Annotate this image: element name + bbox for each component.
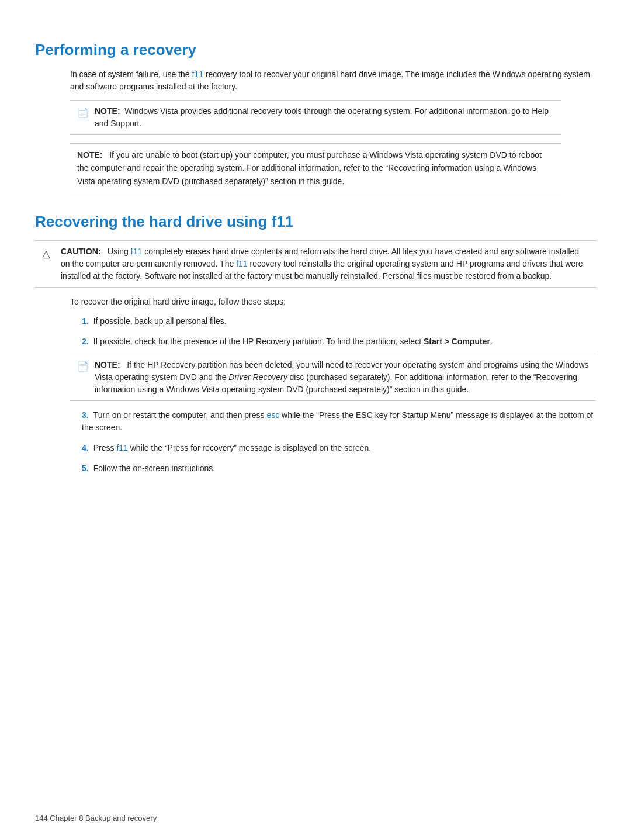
caution-label: CAUTION: xyxy=(61,247,100,256)
steps-list: 1.If possible, back up all personal file… xyxy=(82,315,596,475)
note1-label: NOTE: xyxy=(95,106,120,116)
esc-link[interactable]: esc xyxy=(266,410,279,420)
section2-title: Recovering the hard drive using f11 xyxy=(35,213,596,231)
step3-text1: Turn on or restart the computer, and the… xyxy=(93,410,267,420)
note2-box: NOTE: If you are unable to boot (start u… xyxy=(70,143,561,195)
caution-box: △ CAUTION: Using f11 completely erases h… xyxy=(35,240,596,288)
section2: Recovering the hard drive using f11 △ CA… xyxy=(35,213,596,475)
driver-recovery-italic: Driver Recovery xyxy=(228,372,287,382)
note1-content: NOTE: Windows Vista provides additional … xyxy=(95,105,554,130)
caution-text1 xyxy=(103,247,108,256)
section1-title: Performing a recovery xyxy=(35,41,596,59)
caution-f11-link-1[interactable]: f11 xyxy=(131,247,142,256)
step1-text: If possible, back up all personal files. xyxy=(93,316,227,326)
f11-link-1[interactable]: f11 xyxy=(192,70,203,79)
step5-text: Follow the on-screen instructions. xyxy=(93,464,216,473)
note1-box: 📄 NOTE: Windows Vista provides additiona… xyxy=(70,100,561,135)
step4-text1: Press xyxy=(93,443,117,452)
step1-num: 1. xyxy=(82,316,89,326)
note-icon-1: 📄 xyxy=(77,106,89,120)
f11-link-step4[interactable]: f11 xyxy=(116,443,127,452)
step2-note-content: NOTE: If the HP Recovery partition has b… xyxy=(95,359,589,396)
step2-note-label: NOTE: xyxy=(95,360,120,369)
step2-text2: . xyxy=(490,337,493,346)
step-1: 1.If possible, back up all personal file… xyxy=(82,315,596,327)
step3-num: 3. xyxy=(82,410,89,420)
caution-f11-link-2[interactable]: f11 xyxy=(236,259,247,268)
step4-text2: while the “Press for recovery” message i… xyxy=(128,443,371,452)
step-5: 5.Follow the on-screen instructions. xyxy=(82,462,596,475)
step5-num: 5. xyxy=(82,464,89,473)
step2-text1: If possible, check for the presence of t… xyxy=(93,337,424,346)
section1-intro: In case of system failure, use the f11 r… xyxy=(70,68,596,93)
step2-bold: Start > Computer xyxy=(424,337,490,346)
page-footer: 144 Chapter 8 Backup and recovery xyxy=(35,814,157,822)
steps-intro: To recover the original hard drive image… xyxy=(70,296,596,308)
note2-label: NOTE: xyxy=(77,150,103,160)
step2-note-icon: 📄 xyxy=(77,359,89,374)
step2-note: 📄 NOTE: If the HP Recovery partition has… xyxy=(70,354,596,401)
step2-num: 2. xyxy=(82,337,89,346)
caution-content: CAUTION: Using f11 completely erases har… xyxy=(61,246,589,282)
step-3: 3.Turn on or restart the computer, and t… xyxy=(82,409,596,434)
step-4: 4.Press f11 while the “Press for recover… xyxy=(82,442,596,454)
caution-icon: △ xyxy=(42,246,55,262)
step-2: 2.If possible, check for the presence of… xyxy=(82,336,596,401)
section1: Performing a recovery In case of system … xyxy=(35,41,596,195)
step4-num: 4. xyxy=(82,443,89,452)
